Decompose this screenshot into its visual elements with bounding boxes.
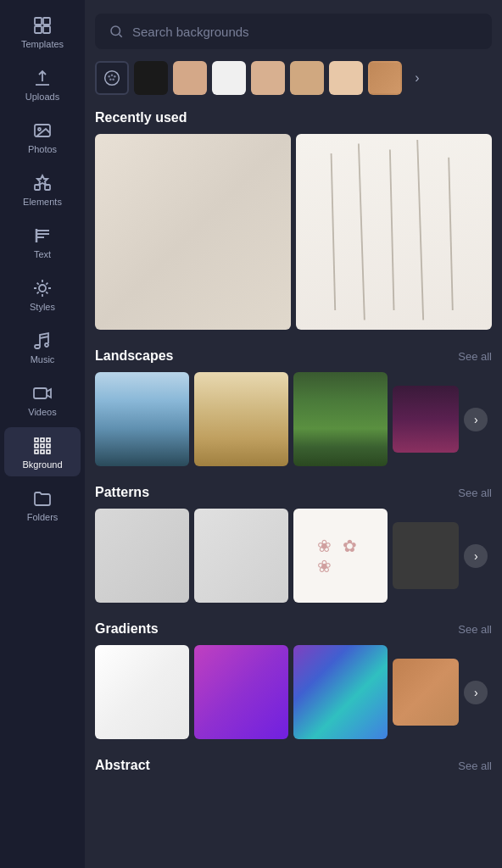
landscapes-scroll: › — [95, 372, 492, 466]
svg-rect-6 — [35, 185, 40, 190]
sidebar-label-background: Bkground — [22, 459, 62, 470]
sidebar-item-photos[interactable]: Photos — [4, 112, 81, 161]
search-input[interactable] — [132, 25, 478, 39]
svg-point-13 — [108, 75, 110, 78]
svg-rect-2 — [35, 26, 42, 33]
svg-line-20 — [390, 149, 394, 309]
photos-icon — [32, 120, 53, 141]
recently-used-title: Recently used — [95, 110, 187, 125]
sidebar-item-templates[interactable]: Templates — [4, 7, 81, 56]
gradients-header: Gradients See all — [95, 621, 492, 637]
sidebar-label-uploads: Uploads — [25, 92, 59, 102]
swatch-white[interactable] — [212, 61, 246, 95]
patterns-section: Patterns See all › — [95, 485, 492, 603]
gradients-title: Gradients — [95, 621, 159, 637]
swatch-black[interactable] — [134, 61, 168, 95]
recently-used-thumb-2[interactable] — [296, 134, 492, 330]
search-icon — [109, 24, 124, 39]
svg-point-11 — [111, 26, 120, 36]
gradients-section: Gradients See all › — [95, 621, 492, 739]
patterns-title: Patterns — [95, 485, 149, 500]
pattern-thumb-2[interactable] — [194, 509, 288, 603]
sidebar-item-text[interactable]: Text — [4, 217, 81, 266]
landscape-thumb-2[interactable] — [194, 372, 288, 466]
patterns-scroll-arrow[interactable]: › — [464, 544, 488, 568]
pattern-thumb-3[interactable] — [293, 509, 388, 603]
recently-used-thumb-1[interactable] — [95, 134, 291, 330]
sidebar-item-background[interactable]: Bkground — [4, 427, 81, 476]
landscape-thumb-4[interactable] — [393, 386, 459, 452]
gradient-thumb-2[interactable] — [194, 645, 288, 739]
sidebar-item-elements[interactable]: Elements — [4, 164, 81, 214]
svg-line-21 — [417, 140, 423, 320]
landscape-thumb-3[interactable] — [293, 372, 388, 466]
music-icon — [32, 331, 53, 351]
sidebar-label-templates: Templates — [21, 39, 64, 49]
videos-icon — [32, 383, 53, 403]
templates-icon — [32, 15, 53, 36]
pattern-thumb-4[interactable] — [393, 522, 459, 588]
folders-icon — [32, 488, 53, 509]
gradient-thumb-4[interactable] — [393, 659, 459, 725]
landscapes-see-all[interactable]: See all — [458, 350, 492, 363]
sidebar-item-folders[interactable]: Folders — [4, 480, 81, 529]
gradient-thumb-3[interactable] — [293, 645, 388, 739]
svg-point-15 — [114, 75, 116, 78]
svg-point-17 — [109, 78, 112, 81]
svg-rect-0 — [35, 18, 42, 25]
recently-used-header: Recently used — [95, 110, 492, 125]
svg-point-16 — [112, 78, 114, 81]
abstract-section: Abstract See all — [95, 758, 492, 773]
swatches-next-arrow[interactable]: › — [407, 61, 427, 95]
svg-point-14 — [111, 74, 114, 76]
abstract-see-all[interactable]: See all — [458, 760, 492, 772]
svg-rect-1 — [43, 18, 50, 25]
abstract-title: Abstract — [95, 758, 150, 773]
svg-point-8 — [39, 285, 46, 292]
palette-swatch[interactable] — [95, 61, 129, 95]
svg-line-18 — [332, 153, 336, 310]
sidebar-item-music[interactable]: Music — [4, 322, 81, 371]
patterns-scroll: › — [95, 509, 492, 603]
landscapes-scroll-arrow[interactable]: › — [464, 408, 488, 431]
styles-icon — [32, 278, 53, 298]
sidebar-label-videos: Videos — [28, 407, 56, 417]
svg-point-5 — [38, 128, 41, 131]
main-panel: › Recently used Landscapes See all — [85, 0, 502, 868]
swatch-copper[interactable] — [368, 61, 402, 95]
svg-line-22 — [449, 158, 453, 310]
landscape-thumb-1[interactable] — [95, 372, 189, 466]
sidebar-label-elements: Elements — [23, 197, 62, 207]
recently-used-section: Recently used — [95, 110, 492, 330]
svg-rect-7 — [45, 185, 50, 190]
sidebar-item-videos[interactable]: Videos — [4, 375, 81, 424]
sidebar-label-folders: Folders — [27, 512, 59, 522]
gradients-scroll: › — [95, 645, 492, 739]
swatch-peach1[interactable] — [173, 61, 207, 95]
abstract-header: Abstract See all — [95, 758, 492, 773]
elements-icon — [32, 173, 53, 193]
text-icon — [32, 225, 53, 246]
gradients-see-all[interactable]: See all — [458, 623, 492, 636]
uploads-icon — [32, 68, 53, 88]
swatch-peach2[interactable] — [251, 61, 285, 95]
swatches-row: › — [95, 61, 492, 95]
search-container — [95, 14, 492, 49]
svg-rect-3 — [43, 26, 50, 33]
gradient-thumb-1[interactable] — [95, 645, 189, 739]
patterns-header: Patterns See all — [95, 485, 492, 500]
pattern-thumb-1[interactable] — [95, 509, 189, 603]
background-icon — [32, 436, 53, 456]
recently-used-grid — [95, 134, 492, 330]
sidebar-label-music: Music — [31, 354, 55, 364]
sidebar-label-text: Text — [34, 249, 51, 259]
sidebar-item-styles[interactable]: Styles — [4, 270, 81, 319]
svg-point-12 — [105, 71, 120, 86]
swatch-peach4[interactable] — [329, 61, 363, 95]
svg-point-9 — [45, 343, 48, 347]
swatch-peach3[interactable] — [290, 61, 324, 95]
patterns-see-all[interactable]: See all — [458, 487, 492, 499]
sidebar-item-uploads[interactable]: Uploads — [4, 59, 81, 108]
gradients-scroll-arrow[interactable]: › — [464, 681, 488, 704]
landscapes-header: Landscapes See all — [95, 348, 492, 364]
